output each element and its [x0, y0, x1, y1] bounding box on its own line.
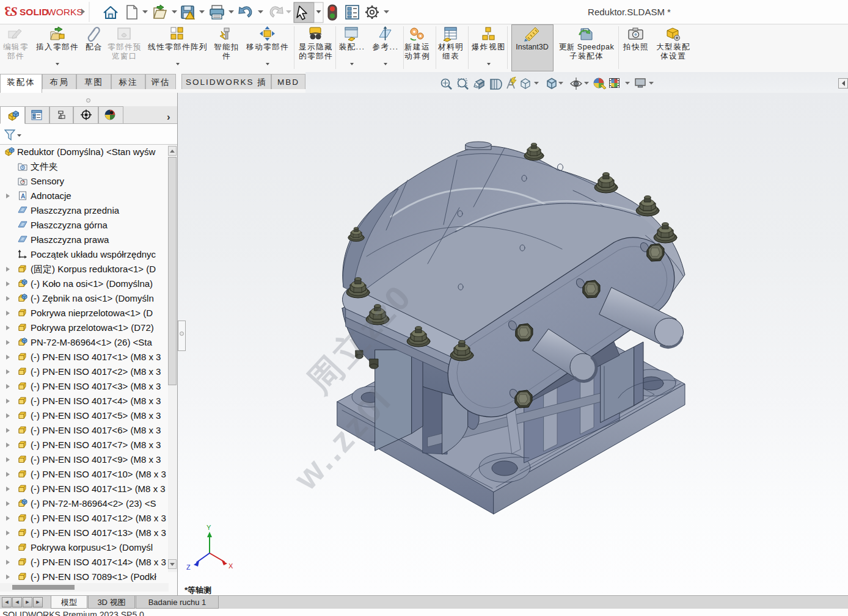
svg-text:WORKS: WORKS	[47, 7, 83, 17]
svg-text:Y: Y	[207, 524, 211, 531]
svg-text:›: ›	[167, 111, 170, 123]
svg-text:X: X	[228, 562, 233, 570]
svg-text:S: S	[10, 4, 18, 19]
svg-text:SOLID: SOLID	[20, 7, 48, 17]
svg-text:Z: Z	[186, 563, 191, 571]
